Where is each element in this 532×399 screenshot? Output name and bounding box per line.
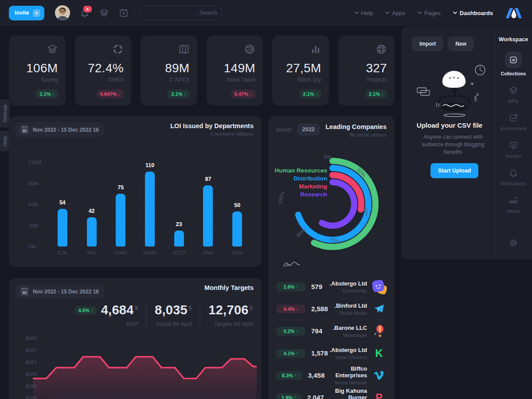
servers-icon bbox=[509, 141, 518, 150]
balloon-icon bbox=[372, 324, 387, 339]
company-row-abstergo-community[interactable]: 2.6%↑ 579 .Abstergo LtdCommunity bbox=[276, 276, 387, 298]
app-logo[interactable] bbox=[505, 7, 523, 19]
dashboard-page: Invite + 5 bbox=[0, 0, 532, 399]
collections-icon bbox=[505, 52, 521, 68]
stat-label: C APEX bbox=[169, 77, 189, 83]
company-row-biffco[interactable]: 8.3%↑ 3,458 Biffco EnterprisesSocial Net… bbox=[276, 364, 387, 387]
stat-change-badge: 2.1%↑ bbox=[299, 90, 321, 98]
chart-title: Leading Companies bbox=[325, 123, 387, 130]
stat-change-badge: 2.1%↑ bbox=[365, 90, 387, 98]
help-tab[interactable]: Help bbox=[0, 131, 10, 151]
chevron-down-icon bbox=[385, 12, 389, 14]
calendar-add-button[interactable] bbox=[119, 8, 129, 18]
bar-chart-icon bbox=[310, 43, 321, 56]
start-upload-button[interactable]: Start Upload bbox=[430, 163, 478, 178]
y-tick: 120M bbox=[28, 160, 46, 165]
invite-button[interactable]: Invite + bbox=[9, 6, 44, 20]
change-badge: 8.3%↑ bbox=[276, 371, 302, 380]
stat-label: Projects bbox=[367, 77, 387, 83]
radial-chart: Human Resources Distribution Marketing R… bbox=[268, 155, 395, 270]
rail-item-environment[interactable]: Environment bbox=[501, 113, 527, 131]
menu-item-help[interactable]: Help bbox=[355, 10, 373, 16]
trend-icon: ↑ bbox=[316, 92, 318, 97]
bar-value: 75 bbox=[117, 184, 124, 191]
search-input[interactable] bbox=[145, 9, 218, 16]
stat-card-stock-qty[interactable]: 27,5M Stock Qty 2.1%↑ bbox=[272, 35, 329, 106]
workspace-rail: Workspace Collections APIs Environment bbox=[494, 27, 532, 259]
stat-value: 89M bbox=[165, 61, 189, 75]
currency-symbol: $ bbox=[250, 305, 253, 311]
stat-value: 327 bbox=[366, 61, 387, 75]
trend-icon: ↑ bbox=[294, 373, 297, 378]
chart-subtitle: Counted in Millions bbox=[170, 131, 254, 137]
stat-card-opex[interactable]: 72.4% OPEX 0.647%↓ bbox=[75, 35, 132, 106]
visitor-count: 3,458 bbox=[308, 372, 325, 379]
change-badge: 2.6%↑ bbox=[276, 282, 305, 291]
calendar-plus-icon bbox=[119, 8, 129, 18]
menu-item-pages[interactable]: Pages bbox=[418, 10, 441, 16]
new-button[interactable]: New bbox=[448, 36, 474, 51]
legend-human-resources: Human Resources bbox=[274, 167, 327, 175]
bar-pan bbox=[203, 185, 213, 246]
stat-card-saving[interactable]: 106M Saving 2.1%↑ bbox=[9, 35, 66, 106]
rail-item-apis[interactable]: APIs bbox=[509, 86, 518, 104]
line-chart-plot: $362 $357 $351 $346 $340 $335 bbox=[46, 338, 254, 399]
currency-symbol: $ bbox=[135, 305, 138, 311]
stat-card-projects[interactable]: 327 Projects 2.1%↑ bbox=[338, 35, 395, 106]
patreon-icon: P bbox=[372, 390, 387, 399]
trend-icon: ↑ bbox=[381, 92, 383, 97]
stat-change-badge: 2.1%↑ bbox=[168, 90, 189, 98]
rail-item-servers[interactable]: Servers bbox=[505, 141, 521, 159]
currency-symbol: $ bbox=[188, 305, 192, 311]
stat-card-stock-value[interactable]: 149M Stock Value 0.47%↓ bbox=[207, 35, 263, 106]
rail-item-history[interactable]: History bbox=[506, 196, 521, 214]
upload-illustration bbox=[414, 62, 493, 119]
rail-item-notifications[interactable]: Notifications bbox=[501, 168, 526, 186]
notifications-button[interactable]: 5 bbox=[80, 8, 90, 18]
bar-imc bbox=[87, 217, 97, 247]
calendar-31-icon: 31 bbox=[20, 287, 29, 296]
legend-distribution: Distribution bbox=[274, 175, 327, 183]
date-range-picker[interactable]: 31 Nov 2022 - 15 Dec 2022 16 bbox=[15, 284, 104, 299]
trend-icon: ↑ bbox=[91, 308, 93, 313]
vimeo-icon bbox=[372, 368, 387, 383]
menu-item-dashboards[interactable]: Dashboards bbox=[453, 10, 493, 16]
calendar-31-icon: 31 bbox=[20, 125, 29, 134]
trend-icon: ↑ bbox=[296, 351, 298, 356]
stat-targets: 12,706 $ Targets for April bbox=[200, 303, 254, 327]
company-row-barone[interactable]: 0.2%↑ 794 .Barone LLCMessanger bbox=[276, 320, 387, 342]
change-badge: 0.4%↓ bbox=[276, 305, 305, 313]
gear-icon bbox=[509, 238, 518, 248]
bar-chart-categories: E2EIMC SSMCSSBD ICCDPAN SBN bbox=[48, 250, 252, 255]
date-range-label: Nov 2022 - 15 Dec 2022 16 bbox=[33, 289, 99, 295]
menu-item-apps[interactable]: Apps bbox=[385, 10, 405, 16]
layers-button[interactable] bbox=[99, 8, 109, 18]
workspace-panel: Import New bbox=[401, 27, 532, 259]
avatar-image bbox=[55, 5, 70, 20]
year-selector[interactable]: 2022 bbox=[297, 123, 320, 136]
visitor-count: 2,047 bbox=[307, 394, 324, 399]
bar-ssmc bbox=[116, 194, 125, 246]
rail-item-collections[interactable]: Collections bbox=[501, 52, 526, 76]
sitemap-tab[interactable]: Sitemap bbox=[0, 99, 10, 128]
company-row-abstergo-video[interactable]: 4.1%↑ 1,578 .Abstergo LtdVideo Channel K bbox=[276, 342, 387, 364]
settings-button[interactable] bbox=[509, 238, 518, 248]
change-badge: 4.1%↑ bbox=[276, 349, 305, 358]
chart-title: Monthly Targets bbox=[204, 284, 254, 291]
companies-list: 2.6%↑ 579 .Abstergo LtdCommunity 0.4%↓ 2… bbox=[276, 276, 387, 399]
user-avatar[interactable] bbox=[55, 5, 70, 20]
y-tick: 30M bbox=[28, 223, 46, 228]
date-range-label: Nov 2022 - 15 Dec 2022 16 bbox=[33, 127, 99, 133]
trend-icon: ↓ bbox=[296, 306, 298, 311]
stat-label: Stock Value bbox=[226, 77, 255, 83]
stat-card-capex[interactable]: 89M C APEX 2.1%↑ bbox=[141, 35, 197, 106]
bar-value: 42 bbox=[89, 208, 95, 214]
company-row-binford[interactable]: 0.4%↓ 2,588 .Binford LtdSocial Media bbox=[276, 298, 387, 320]
visitor-count: 579 bbox=[311, 283, 322, 290]
company-row-big-kahuna[interactable]: 1.9%↑ 2,047 Big Kahuna BurgerSocial Netw… bbox=[276, 387, 387, 399]
stat-label: OPEX bbox=[108, 77, 124, 83]
layers-icon bbox=[47, 43, 58, 56]
import-button[interactable]: Import bbox=[412, 36, 443, 51]
date-range-picker[interactable]: 31 Nov 2022 - 15 Dec 2022 16 bbox=[15, 122, 104, 137]
stat-change-badge: 0.47%↓ bbox=[231, 90, 255, 98]
